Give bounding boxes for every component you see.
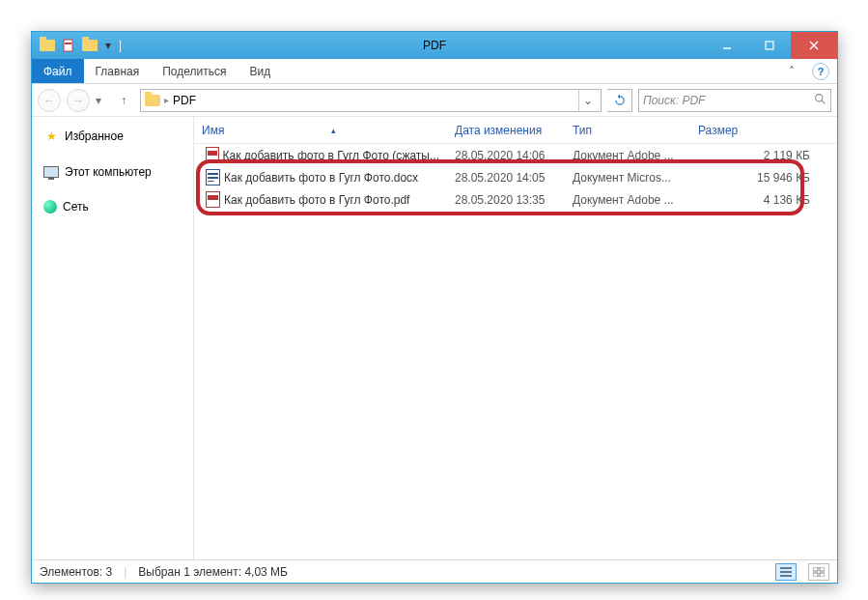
star-icon: ★ [43,129,59,144]
computer-icon [43,166,59,178]
folder-icon [40,40,55,51]
svg-rect-12 [820,567,825,571]
ribbon-tab-share[interactable]: Поделиться [151,59,238,83]
svg-point-6 [816,94,823,100]
qat-newfolder-icon[interactable] [82,40,98,51]
nav-forward-button[interactable]: → [67,89,90,112]
breadcrumb[interactable]: ▸ PDF ⌄ [140,89,602,112]
table-row[interactable]: Как добавить фото в Гугл Фото.pdf 28.05.… [194,188,837,211]
address-bar-row: ← → ▾ ↑ ▸ PDF ⌄ Поиск: PDF [32,84,837,117]
sort-asc-icon: ▴ [331,126,336,135]
rows: Как добавить фото в Гугл Фото (сжаты... … [194,144,837,211]
ribbon: Файл Главная Поделиться Вид ˄ ? [32,59,837,84]
nav-up-button[interactable]: ↑ [113,90,134,111]
explorer-window: ▾ | PDF Файл Главная Поделиться Вид ˄ ? … [31,31,838,584]
help-icon[interactable]: ? [812,63,829,80]
svg-rect-14 [820,573,825,577]
body: ★ Избранное Этот компьютер Сеть Имя ▴ Да… [32,117,837,559]
search-icon [814,93,826,108]
col-size[interactable]: Размер [690,124,837,137]
pdf-file-icon [206,191,220,208]
col-date-label: Дата изменения [455,124,542,137]
col-type[interactable]: Тип [565,124,690,137]
minimize-button[interactable] [706,32,748,59]
table-row[interactable]: Как добавить фото в Гугл Фото (сжаты... … [194,144,837,166]
status-bar: Элементов: 3 | Выбран 1 элемент: 4,03 МБ [32,559,837,583]
folder-icon [145,95,160,106]
network-icon [43,200,57,214]
sidebar-network-label: Сеть [63,200,89,214]
view-details-button[interactable] [775,563,797,581]
file-name: Как добавить фото в Гугл Фото.docx [224,171,418,185]
ribbon-tab-home[interactable]: Главная [84,59,152,83]
file-type: Документ Adobe ... [565,193,690,207]
ribbon-collapse-icon[interactable]: ˄ [779,59,804,83]
svg-rect-11 [813,567,818,571]
refresh-button[interactable] [607,89,632,112]
svg-rect-3 [766,42,773,49]
breadcrumb-current[interactable]: PDF [173,94,196,107]
title-bar[interactable]: ▾ | PDF [32,32,837,59]
file-size: 2 119 КБ [690,149,837,162]
svg-line-7 [822,100,825,103]
file-name: Как добавить фото в Гугл Фото (сжаты... [223,149,439,162]
status-count: Элементов: 3 [40,565,112,579]
svg-rect-13 [813,573,818,577]
col-date[interactable]: Дата изменения [447,124,565,137]
file-name: Как добавить фото в Гугл Фото.pdf [224,193,409,207]
file-size: 4 136 КБ [690,193,837,207]
search-input[interactable]: Поиск: PDF [638,89,831,112]
window-controls [706,32,837,59]
file-list[interactable]: Имя ▴ Дата изменения Тип Размер Как доба… [194,117,837,559]
nav-back-button[interactable]: ← [38,89,61,112]
file-date: 28.05.2020 13:35 [447,193,565,207]
svg-rect-0 [64,40,72,51]
file-type: Документ Micros... [565,171,690,185]
chevron-right-icon[interactable]: ▸ [164,95,169,105]
col-name-label: Имя [202,124,224,137]
sidebar-this-pc-label: Этот компьютер [65,165,152,179]
sidebar-favorites-label: Избранное [65,129,124,143]
col-type-label: Тип [573,124,592,137]
view-large-icons-button[interactable] [808,563,829,581]
file-size: 15 946 КБ [690,171,837,185]
quick-access-toolbar: ▾ | [32,38,122,53]
qat-properties-icon[interactable] [61,38,76,53]
sidebar-this-pc[interactable]: Этот компьютер [36,161,189,183]
close-button[interactable] [791,32,837,59]
word-file-icon [206,169,220,186]
file-date: 28.05.2020 14:05 [447,171,565,185]
navigation-pane[interactable]: ★ Избранное Этот компьютер Сеть [32,117,194,559]
status-selection: Выбран 1 элемент: 4,03 МБ [138,565,288,579]
search-placeholder: Поиск: PDF [643,94,705,107]
pdf-file-icon [206,147,219,163]
nav-history-dropdown[interactable]: ▾ [96,94,107,107]
file-date: 28.05.2020 14:06 [447,149,565,162]
maximize-button[interactable] [748,32,791,59]
breadcrumb-dropdown-icon[interactable]: ⌄ [578,90,597,111]
col-size-label: Размер [698,124,738,137]
sidebar-favorites[interactable]: ★ Избранное [36,125,189,148]
ribbon-tab-view[interactable]: Вид [238,59,282,83]
ribbon-file-tab[interactable]: Файл [32,59,84,83]
sidebar-network[interactable]: Сеть [36,196,189,217]
qat-dropdown-icon[interactable]: ▾ [103,41,113,50]
col-name[interactable]: Имя ▴ [194,124,447,137]
column-headers: Имя ▴ Дата изменения Тип Размер [194,117,837,144]
svg-rect-1 [65,43,71,44]
file-type: Документ Adobe ... [565,149,690,162]
table-row[interactable]: Как добавить фото в Гугл Фото.docx 28.05… [194,166,837,188]
